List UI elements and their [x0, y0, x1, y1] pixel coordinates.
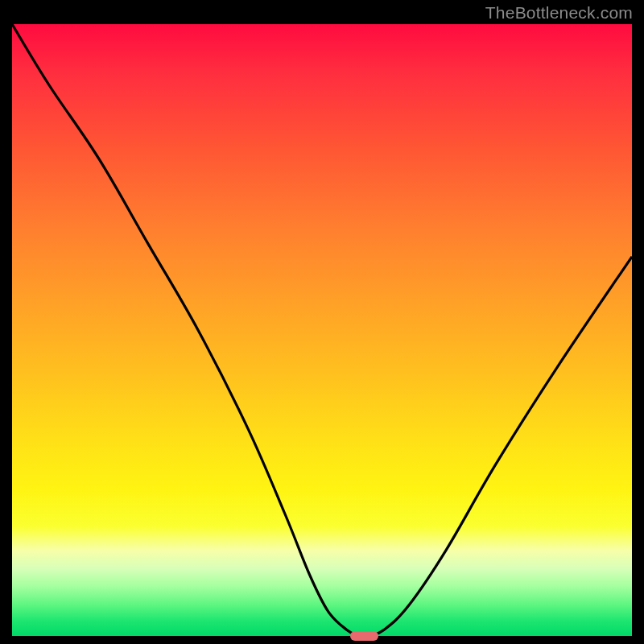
bottleneck-curve — [12, 24, 632, 636]
chart-frame: TheBottleneck.com — [0, 0, 644, 644]
watermark-text: TheBottleneck.com — [485, 3, 633, 23]
plot-area — [12, 24, 632, 636]
curve-path — [12, 24, 632, 636]
optimum-marker — [350, 631, 378, 640]
